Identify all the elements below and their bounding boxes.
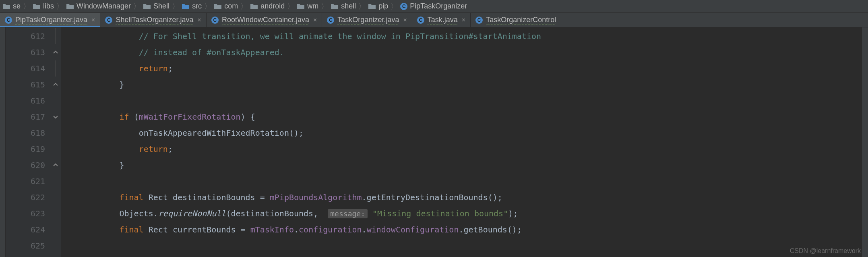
margin-marker (0, 92, 5, 108)
margin-marker (0, 172, 5, 189)
editor-tab[interactable]: CPipTaskOrganizer.java× (0, 13, 100, 27)
code-line[interactable] (61, 173, 862, 189)
fold-marker[interactable] (50, 141, 61, 157)
code-line[interactable]: if (mWaitForFixedRotation) { (61, 109, 862, 125)
breadcrumb-item[interactable]: CPipTaskOrganizer (400, 2, 467, 10)
folder-icon (143, 3, 151, 10)
breadcrumb-item[interactable]: com (214, 2, 238, 10)
code-line[interactable]: } (61, 77, 862, 93)
breadcrumb-label: shell (341, 2, 356, 10)
code-line[interactable]: // For Shell transition, we will animate… (61, 28, 862, 44)
breadcrumb-item[interactable]: se (2, 2, 21, 10)
fold-marker[interactable] (50, 44, 61, 60)
code-line[interactable]: } (61, 157, 862, 173)
fold-marker[interactable] (50, 93, 61, 109)
java-class-icon: C (475, 17, 483, 24)
code-line[interactable]: return; (61, 141, 862, 157)
breadcrumb-item[interactable]: Shell (143, 2, 169, 10)
code-line[interactable] (61, 93, 862, 109)
code-line[interactable]: Objects.requireNonNull(destinationBounds… (61, 205, 862, 222)
code-line[interactable]: final Rect currentBounds = mTaskInfo.con… (61, 222, 862, 238)
margin-marker (0, 156, 5, 172)
fold-marker[interactable] (50, 238, 61, 254)
breadcrumb-item[interactable]: wm (297, 2, 318, 10)
code-line[interactable]: // instead of #onTaskAppeared. (61, 44, 862, 60)
breadcrumb-item[interactable]: pip (368, 2, 388, 10)
fold-marker[interactable] (50, 205, 61, 222)
breadcrumb-label: se (13, 2, 21, 10)
line-number: 621 (6, 173, 50, 189)
line-number: 613 (6, 44, 50, 60)
breadcrumb-label: wm (307, 2, 318, 10)
code-line[interactable]: onTaskAppearedWithFixedRotation(); (61, 125, 862, 141)
line-number: 625 (6, 238, 50, 254)
code-viewport[interactable]: // For Shell transition, we will animate… (61, 27, 862, 257)
close-icon[interactable]: × (91, 17, 95, 24)
fold-marker[interactable] (50, 109, 61, 125)
fold-marker[interactable] (50, 189, 61, 205)
line-number-gutter: 6126136146156166176186196206216226236246… (6, 27, 50, 257)
folder-icon (331, 3, 339, 10)
fold-marker[interactable] (50, 222, 61, 238)
code-line[interactable]: final Rect destinationBounds = mPipBound… (61, 189, 862, 205)
chevron-right-icon: 〉 (287, 2, 294, 11)
java-class-icon: C (105, 17, 112, 24)
chevron-right-icon: 〉 (358, 2, 366, 11)
chevron-right-icon: 〉 (240, 2, 248, 11)
java-class-icon: C (417, 17, 424, 24)
editor-tab[interactable]: CShellTaskOrganizer.java× (100, 13, 206, 27)
tab-label: TaskOrganizer.java (337, 16, 399, 24)
close-icon[interactable]: × (313, 17, 317, 24)
fold-marker[interactable] (50, 125, 61, 141)
breadcrumb-item[interactable]: libs (33, 2, 54, 10)
line-number: 612 (6, 28, 50, 44)
close-icon[interactable]: × (462, 17, 465, 24)
editor-tab[interactable]: CRootWindowContainer.java× (207, 13, 322, 27)
breadcrumb-item[interactable]: android (250, 2, 285, 10)
margin-marker (0, 189, 5, 205)
right-gutter (862, 27, 868, 257)
class-icon: C (400, 3, 407, 10)
java-class-icon: C (211, 17, 219, 24)
breadcrumb-label: pip (378, 2, 388, 10)
chevron-right-icon: 〉 (23, 2, 30, 11)
breadcrumb-item[interactable]: WindowManager (66, 2, 131, 10)
breadcrumb-label: com (224, 2, 238, 10)
code-line[interactable] (61, 238, 862, 254)
breadcrumb-item[interactable]: src (182, 2, 202, 10)
close-icon[interactable]: × (403, 17, 407, 24)
chevron-right-icon: 〉 (133, 2, 141, 11)
margin-marker (0, 108, 5, 124)
folder-icon (66, 3, 74, 10)
folder-icon (368, 3, 376, 10)
line-number: 614 (6, 60, 50, 77)
code-line[interactable]: return; (61, 60, 862, 77)
tab-label: RootWindowContainer.java (222, 16, 309, 24)
fold-marker[interactable] (50, 28, 61, 44)
chevron-right-icon: 〉 (56, 2, 64, 11)
line-number: 616 (6, 93, 50, 109)
editor-tab[interactable]: CTask.java× (412, 13, 471, 27)
close-icon[interactable]: × (198, 17, 201, 24)
java-class-icon: C (5, 17, 12, 24)
tab-label: PipTaskOrganizer.java (15, 16, 87, 24)
watermark: CSDN @learnframework (790, 247, 861, 255)
tab-label: TaskOrganizerControl (486, 16, 556, 24)
editor-tab[interactable]: CTaskOrganizerControl (471, 13, 561, 27)
breadcrumb-label: WindowManager (76, 2, 131, 10)
breadcrumb-label: libs (43, 2, 54, 10)
fold-marker[interactable] (50, 173, 61, 189)
fold-marker[interactable] (50, 60, 61, 77)
breadcrumb-item[interactable]: shell (331, 2, 356, 10)
chevron-right-icon: 〉 (391, 2, 398, 11)
editor-tabs: CPipTaskOrganizer.java×CShellTaskOrganiz… (0, 13, 868, 27)
folder-icon (33, 3, 41, 10)
margin-marker (0, 237, 5, 253)
editor-tab[interactable]: CTaskOrganizer.java× (322, 13, 412, 27)
fold-marker[interactable] (50, 157, 61, 173)
fold-marker[interactable] (50, 77, 61, 93)
folder-icon (214, 3, 222, 10)
line-number: 623 (6, 205, 50, 222)
margin-marker (0, 221, 5, 237)
editor-area: 6126136146156166176186196206216226236246… (0, 27, 868, 257)
